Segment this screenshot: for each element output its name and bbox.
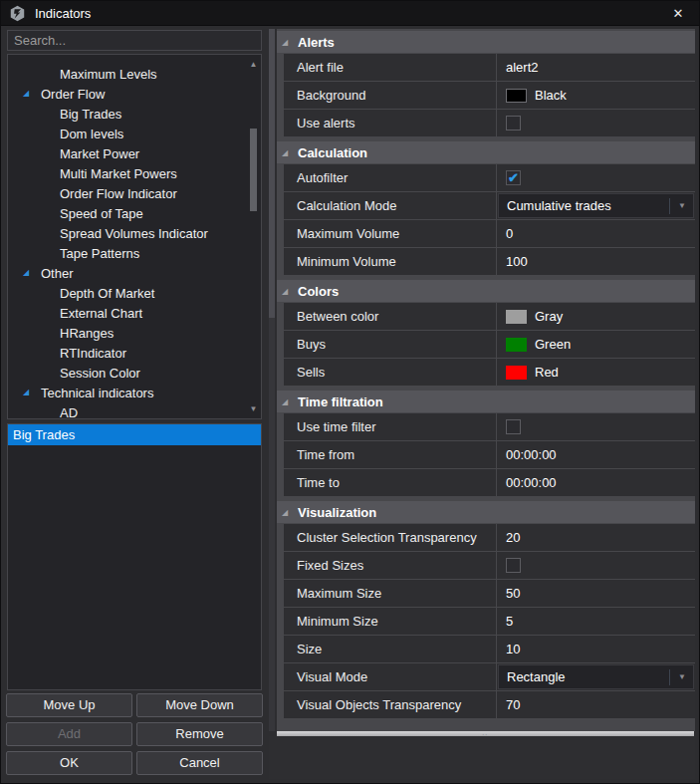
value-text[interactable]: 5 <box>506 614 513 629</box>
prop-value[interactable] <box>497 552 695 579</box>
ok-button[interactable]: OK <box>6 751 132 775</box>
value-text[interactable]: 20 <box>506 530 520 545</box>
collapse-icon[interactable]: ◢ <box>282 148 294 157</box>
value-text[interactable]: 10 <box>506 642 520 656</box>
cancel-button[interactable]: Cancel <box>136 751 263 775</box>
move-up-button[interactable]: Move Up <box>6 693 132 717</box>
collapse-icon[interactable]: ◢ <box>282 508 294 517</box>
move-down-button[interactable]: Move Down <box>136 693 263 717</box>
prop-row-minimum-volume: Minimum Volume100 <box>284 248 695 275</box>
prop-value[interactable]: 70 <box>497 691 695 718</box>
tree-item-multi-market-powers[interactable]: Multi Market Powers <box>8 163 261 183</box>
prop-value[interactable]: Red <box>497 359 695 386</box>
tree-item-label: Big Trades <box>60 107 121 122</box>
prop-value[interactable]: ✔ <box>497 164 695 191</box>
title-bar[interactable]: Indicators ✕ <box>1 1 699 26</box>
collapse-icon[interactable]: ◢ <box>282 38 294 47</box>
remove-button[interactable]: Remove <box>136 722 263 746</box>
indicator-tree[interactable]: Maximum Levels◢Order FlowBig TradesDom l… <box>7 54 262 419</box>
tree-item-label: Technical indicators <box>41 386 153 400</box>
prop-row-use-time-filter: Use time filter <box>284 413 695 440</box>
tree-item-big-trades[interactable]: Big Trades <box>8 104 261 124</box>
tree-item-session-color[interactable]: Session Color <box>8 363 261 383</box>
tree-item-external-chart[interactable]: External Chart <box>8 303 261 323</box>
tree-item-spread-volumes-indicator[interactable]: Spread Volumes Indicator <box>8 223 261 243</box>
prop-value[interactable]: 5 <box>497 608 695 635</box>
prop-value[interactable]: 0 <box>497 220 695 247</box>
tree-item-depth-of-market[interactable]: Depth Of Market <box>8 283 261 303</box>
collapse-icon[interactable]: ◢ <box>282 397 294 406</box>
scrollbar-thumb[interactable] <box>250 129 257 211</box>
prop-value[interactable]: 00:00:00 <box>497 441 695 468</box>
prop-value[interactable]: 10 <box>497 636 695 662</box>
prop-value[interactable]: Black <box>497 82 695 109</box>
prop-value[interactable] <box>497 110 695 136</box>
prop-value[interactable]: Cumulative trades▼ <box>497 192 695 219</box>
expander-icon[interactable]: ◢ <box>23 263 34 283</box>
tree-item-speed-of-tape[interactable]: Speed of Tape <box>8 203 261 223</box>
expander-icon[interactable]: ◢ <box>23 383 34 402</box>
tree-item-label: HRanges <box>60 326 114 341</box>
checkbox[interactable] <box>506 116 521 131</box>
color-swatch[interactable] <box>506 310 527 324</box>
selected-indicators-list[interactable]: Big Trades <box>7 423 262 690</box>
color-swatch[interactable] <box>506 366 527 380</box>
prop-label: Maximum Volume <box>284 220 497 247</box>
prop-value[interactable]: Gray <box>497 303 695 330</box>
scrollbar-thumb[interactable] <box>269 29 275 318</box>
checkbox[interactable] <box>506 419 521 434</box>
value-text[interactable]: 100 <box>506 254 528 269</box>
prop-value[interactable]: Green <box>497 331 695 358</box>
value-text[interactable]: 0 <box>506 226 513 241</box>
tree-item-market-power[interactable]: Market Power <box>8 143 261 163</box>
list-item-big-trades[interactable]: Big Trades <box>8 424 261 445</box>
close-icon[interactable]: ✕ <box>663 1 693 26</box>
tree-item-tape-patterns[interactable]: Tape Patterns <box>8 243 261 263</box>
indicators-dialog: Indicators ✕ Maximum Levels◢Order FlowBi… <box>0 0 700 784</box>
section-header-calculation[interactable]: ◢Calculation <box>277 141 695 163</box>
section-header-time-filtration[interactable]: ◢Time filtration <box>277 391 695 412</box>
collapse-icon[interactable]: ◢ <box>282 287 294 296</box>
prop-value[interactable]: Rectangle▼ <box>497 663 695 690</box>
scroll-down-icon[interactable]: ▼ <box>247 402 260 416</box>
tree-item-ad[interactable]: AD <box>8 402 261 419</box>
prop-label: Background <box>284 82 497 109</box>
value-text[interactable]: alert2 <box>506 60 539 75</box>
prop-value[interactable]: 00:00:00 <box>497 469 695 496</box>
add-button[interactable]: Add <box>6 722 132 746</box>
value-text[interactable]: 00:00:00 <box>506 475 557 490</box>
section-header-alerts[interactable]: ◢Alerts <box>277 31 695 53</box>
dropdown[interactable]: Rectangle▼ <box>498 664 694 689</box>
color-swatch[interactable] <box>506 338 527 352</box>
tree-item-hranges[interactable]: HRanges <box>8 323 261 343</box>
panel-empty-area <box>269 736 695 779</box>
scroll-up-icon[interactable]: ▲ <box>247 58 260 72</box>
dropdown[interactable]: Cumulative trades▼ <box>498 193 694 218</box>
prop-value[interactable]: alert2 <box>497 54 695 81</box>
checkbox[interactable]: ✔ <box>506 170 521 185</box>
value-text[interactable]: 00:00:00 <box>506 447 557 462</box>
value-text[interactable]: 70 <box>506 697 520 712</box>
prop-value[interactable]: 100 <box>497 248 695 275</box>
prop-value[interactable] <box>497 413 695 440</box>
value-text[interactable]: 50 <box>506 586 520 601</box>
tree-item-dom-levels[interactable]: Dom levels <box>8 124 261 143</box>
tree-item-maximum-levels[interactable]: Maximum Levels <box>8 64 261 84</box>
tree-item-rtindicator[interactable]: RTIndicator <box>8 343 261 363</box>
tree-scrollbar[interactable]: ▲ ▼ <box>247 56 260 418</box>
prop-row-alert-file: Alert filealert2 <box>284 54 695 81</box>
section-header-colors[interactable]: ◢Colors <box>277 280 695 302</box>
tree-item-technical-indicators[interactable]: ◢Technical indicators <box>8 383 261 402</box>
checkbox[interactable] <box>506 558 521 573</box>
section-header-visualization[interactable]: ◢Visualization <box>277 501 695 523</box>
color-swatch[interactable] <box>506 89 527 103</box>
prop-label: Alert file <box>284 54 497 81</box>
properties-scrollbar[interactable] <box>269 29 275 731</box>
tree-item-other[interactable]: ◢Other <box>8 263 261 283</box>
prop-value[interactable]: 20 <box>497 524 695 551</box>
prop-value[interactable]: 50 <box>497 580 695 607</box>
search-input[interactable] <box>7 30 262 51</box>
tree-item-order-flow[interactable]: ◢Order Flow <box>8 84 261 104</box>
tree-item-order-flow-indicator[interactable]: Order Flow Indicator <box>8 183 261 203</box>
expander-icon[interactable]: ◢ <box>23 84 34 104</box>
